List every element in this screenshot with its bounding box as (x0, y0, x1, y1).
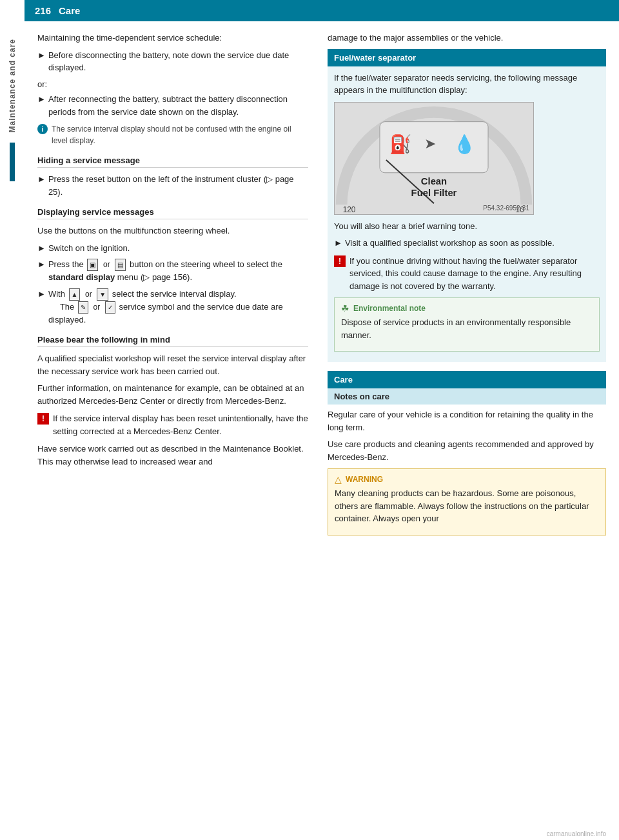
svg-text:⛽: ⛽ (389, 134, 412, 155)
page-header: 216 Care (25, 0, 619, 21)
right-column: damage to the major assemblies or the ve… (321, 32, 619, 828)
warning-icon-2: ! (334, 255, 346, 267)
bullet-press: ► Press the ▣ or ▤ button on the steerin… (37, 258, 308, 284)
bear-para2: Further information, on maintenance for … (37, 382, 308, 407)
info-note-text: The service interval display should not … (52, 123, 308, 146)
bullet-arrow-with: ► (37, 288, 46, 326)
bullet-text-spec: Visit a qualified specialist workshop as… (345, 237, 555, 250)
svg-text:Clean: Clean (421, 175, 447, 186)
icon-up: ▲ (69, 288, 81, 301)
bullet-text-ign: Switch on the ignition. (48, 242, 130, 255)
right-para1: damage to the major assemblies or the ve… (328, 32, 606, 45)
section-hiding: Hiding a service message (37, 155, 308, 168)
left-column: Maintaining the time-dependent service s… (25, 32, 321, 828)
or-text-3: or (93, 303, 101, 312)
page-title: Care (59, 5, 80, 16)
fuel-filter-image: ⛽ ➤ 💧 Clean Fuel Filter 120 10 (334, 102, 534, 215)
with-line2: The ✎ or ✓ service symbol and the servic… (48, 302, 283, 325)
standard-display-bold: standard display (48, 272, 115, 282)
bear-para1: A qualified specialist workshop will res… (37, 352, 308, 377)
svg-text:💧: 💧 (453, 134, 476, 155)
line2-prefix: The (60, 302, 74, 312)
fuel-image-caption: P54.32-6952-31 (483, 205, 529, 212)
with-suffix: select the service interval display. (112, 289, 237, 299)
env-note-label: Environmental note (353, 304, 426, 313)
info-icon: i (37, 124, 48, 134)
svg-text:➤: ➤ (424, 135, 436, 152)
bullet-text-2: After reconnecting the battery, subtract… (48, 93, 308, 118)
bullet-ignition: ► Switch on the ignition. (37, 242, 308, 255)
notes-on-care-heading: Notes on care (328, 388, 606, 405)
or-text-1: or (103, 260, 110, 269)
leaf-icon: ☘ (341, 303, 349, 314)
care-para1: Regular care of your vehicle is a condit… (328, 408, 606, 434)
care-section-heading: Care (328, 371, 606, 388)
or-label: or: (37, 78, 308, 91)
bear-para3: Have service work carried out as describ… (37, 443, 308, 468)
bullet-text-press: Press the ▣ or ▤ button on the steering … (48, 258, 308, 284)
footer-watermark: carmanualonline.info (25, 828, 619, 840)
bullet-arrow-1: ► (37, 49, 46, 74)
env-note-header: ☘ Environmental note (341, 303, 593, 314)
warning-box-text: Many cleaning products can be hazardous.… (335, 487, 599, 525)
section-bear: Please bear the following in mind (37, 335, 308, 347)
fuel-para2: You will also hear a brief warning tone. (334, 220, 600, 233)
page-wrapper: Maintenance and care 216 Care Maintainin… (0, 0, 619, 840)
press-prefix: Press the (48, 259, 84, 269)
intro-text: Maintaining the time-dependent service s… (37, 32, 308, 45)
section-displaying: Displaying service messages (37, 207, 308, 219)
bullet-hiding: ► Press the reset button on the left of … (37, 173, 308, 198)
bullet-text-hiding: Press the reset button on the left of th… (48, 173, 308, 198)
bullet-before-battery: ► Before disconnecting the battery, note… (37, 49, 308, 74)
warning-text-1: If the service interval display has been… (53, 412, 308, 437)
fuel-section-box: If the fuel/water separator needs servic… (328, 66, 606, 363)
bullet-arrow-2: ► (37, 93, 46, 118)
main-content: 216 Care Maintaining the time-dependent … (25, 0, 619, 840)
or-text-2: or (85, 290, 92, 299)
icon-service-sym-2: ✓ (105, 301, 115, 314)
content-columns: Maintaining the time-dependent service s… (25, 21, 619, 828)
page-number: 216 (35, 5, 51, 16)
sidebar: Maintenance and care (0, 0, 25, 840)
warning-box-label: WARNING (346, 475, 383, 484)
svg-text:120: 120 (343, 205, 356, 214)
bullet-arrow-ign: ► (37, 242, 46, 255)
gauge-svg: ⛽ ➤ 💧 Clean Fuel Filter 120 10 (335, 103, 533, 214)
warning-box-header: △ WARNING (335, 474, 599, 485)
care-para2: Use care products and cleaning agents re… (328, 438, 606, 463)
press-end: menu (▷ page 156). (117, 272, 192, 282)
env-note-text: Dispose of service products in an enviro… (341, 316, 593, 341)
warning-triangle-icon: △ (335, 474, 342, 485)
fuel-water-separator-heading: Fuel/water separator (328, 49, 606, 66)
warning-icon-1: ! (37, 413, 49, 425)
bullet-after-battery: ► After reconnecting the battery, subtra… (37, 93, 308, 118)
info-note: i The service interval display should no… (37, 123, 308, 146)
icon-button-1: ▣ (87, 259, 98, 271)
bullet-arrow-hiding: ► (37, 173, 46, 198)
bullet-with: ► With ▲ or ▼ select the service interva… (37, 288, 308, 326)
warning-text-2: If you continue driving without having t… (349, 255, 600, 293)
displaying-intro: Use the buttons on the multifunction ste… (37, 225, 308, 237)
bullet-text-1: Before disconnecting the battery, note d… (48, 49, 308, 74)
bullet-arrow-spec: ► (334, 237, 342, 250)
bullet-arrow-press: ► (37, 258, 46, 284)
bullet-specialist: ► Visit a qualified specialist workshop … (334, 237, 600, 250)
watermark-text: carmanualonline.info (547, 830, 606, 837)
icon-service-sym-1: ✎ (78, 301, 88, 314)
press-suffix: button on the steering wheel to select t… (130, 259, 282, 269)
warning-note-2: ! If you continue driving without having… (334, 255, 600, 293)
icon-down: ▼ (97, 288, 108, 301)
warning-box: △ WARNING Many cleaning products can be … (328, 468, 606, 535)
environmental-note: ☘ Environmental note Dispose of service … (334, 297, 600, 352)
sidebar-blue-bar (10, 143, 15, 181)
sidebar-label: Maintenance and care (8, 39, 17, 132)
icon-button-2: ▤ (115, 259, 126, 271)
with-prefix: With (48, 289, 65, 299)
warning-note-1: ! If the service interval display has be… (37, 412, 308, 437)
fuel-para1: If the fuel/water separator needs servic… (334, 72, 600, 97)
bullet-text-with: With ▲ or ▼ select the service interval … (48, 288, 308, 326)
